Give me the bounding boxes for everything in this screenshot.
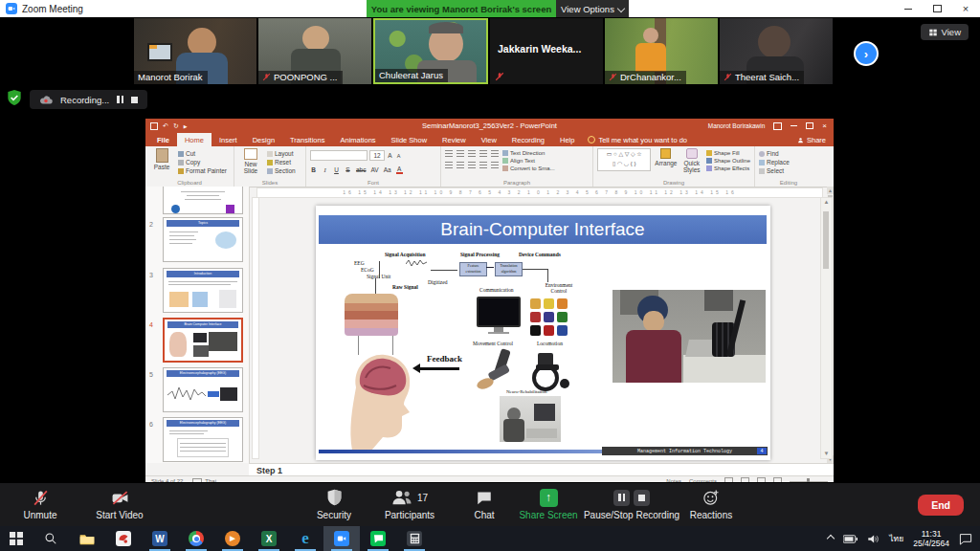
align-text-label: Align Text — [510, 158, 535, 164]
bold-button: B — [310, 166, 317, 173]
security-label: Security — [317, 510, 351, 520]
reactions-button[interactable]: Reactions — [683, 488, 739, 520]
pause-stop-recording-button[interactable]: Pause/Stop Recording — [580, 488, 683, 520]
excel-icon: X — [261, 531, 277, 546]
search-icon — [44, 532, 57, 545]
taskbar-clock[interactable]: 11:31 25/4/2564 — [913, 529, 949, 548]
ribbon-display-options-icon — [773, 122, 782, 130]
arrange-label: Arrange — [655, 160, 677, 166]
thumbnail-number: 6 — [149, 421, 153, 428]
convert-smartart-button: Convert to Sma... — [502, 165, 555, 171]
clear-abc-icon: abc — [356, 166, 366, 173]
window-title: Zoom Meeting — [22, 4, 83, 14]
connector-line — [547, 269, 548, 282]
smiley-icon — [702, 489, 720, 506]
view-options-label: View Options — [561, 4, 614, 14]
minimize-button[interactable] — [894, 0, 923, 17]
taskbar-red-app[interactable] — [105, 526, 142, 551]
eye-icon — [544, 325, 554, 336]
participant-name: Jakkarin Weeka... — [498, 43, 581, 55]
restore-button[interactable] — [923, 0, 951, 17]
taskbar-edge[interactable]: e — [287, 526, 323, 551]
taskbar-excel[interactable]: X — [251, 526, 287, 551]
view-options-button[interactable]: View Options — [556, 0, 629, 17]
taskbar-line[interactable] — [360, 526, 396, 551]
recording-label: Recording... — [60, 95, 109, 105]
share-screen-button[interactable]: ↑ Share Screen — [511, 488, 586, 520]
share-screen-icon: ↑ — [540, 489, 558, 507]
taskbar-search-button[interactable] — [33, 526, 69, 551]
taskbar-calculator[interactable] — [396, 526, 433, 551]
slide-page-number: 4 — [757, 448, 767, 454]
taskbar-zoom-active[interactable] — [323, 526, 360, 551]
person-icon — [797, 137, 804, 143]
edge-icon: e — [301, 529, 309, 548]
video-tile[interactable]: POONPONG ... — [258, 18, 371, 84]
stop-recording-button[interactable] — [131, 97, 138, 103]
font-color-button: A — [396, 165, 403, 174]
speaker-icon[interactable] — [867, 534, 880, 544]
taskbar-media-player[interactable]: ▶ — [214, 526, 251, 551]
label-eeg: EEG — [354, 260, 365, 266]
video-tile[interactable]: Manorot Borirak — [134, 18, 256, 84]
participant-face — [302, 26, 329, 51]
shape-outline-label: Shape Outline — [714, 158, 750, 164]
security-button[interactable]: Security — [304, 488, 364, 520]
pause-recording-button[interactable] — [117, 96, 123, 103]
slides-group-label: Slides — [234, 180, 305, 186]
taskbar-file-explorer[interactable] — [69, 526, 105, 551]
action-center-icon[interactable] — [959, 533, 972, 545]
participants-button[interactable]: 17 Participants — [373, 488, 446, 520]
robot-arm-image — [477, 347, 519, 391]
editing-group-label: Editing — [755, 180, 822, 186]
video-tile[interactable]: Jakkarin Weeka... — [490, 18, 603, 84]
participant-name-label: DrChanankor... — [605, 71, 686, 84]
select-button: Select — [759, 167, 790, 174]
copy-icon — [178, 160, 184, 165]
ppt-ribbon: Paste Cut Copy Format Painter Clipboard … — [145, 146, 834, 187]
shapes-row1: ▭ ○ △ ▽ ◇ ☆ — [598, 149, 650, 159]
video-tile[interactable]: Theerat Saich... — [720, 18, 833, 84]
muted-mic-icon — [262, 73, 271, 81]
editor-scrollbar: ▲ ▼ — [820, 197, 833, 459]
muted-mic-icon — [32, 489, 50, 507]
taskbar-chrome[interactable] — [178, 526, 214, 551]
tray-expand-chevron[interactable] — [827, 535, 835, 542]
battery-icon[interactable] — [843, 535, 858, 543]
justify-icon — [479, 162, 487, 168]
home-icon — [530, 312, 541, 322]
gallery-view-button[interactable]: View — [921, 24, 969, 40]
chat-button[interactable]: Chat — [463, 488, 505, 520]
layout-label: Layout — [275, 150, 294, 157]
unmute-button[interactable]: Unmute — [10, 488, 71, 520]
chevron-right-icon: › — [864, 48, 868, 60]
paste-button: Paste — [149, 148, 174, 170]
pause-recording-icon[interactable] — [613, 490, 630, 506]
start-video-button[interactable]: Start Video — [88, 488, 151, 520]
text-direction-label: Text Direction — [510, 150, 545, 156]
video-tile[interactable]: DrChanankor... — [605, 18, 718, 84]
thumb-head-image — [169, 332, 187, 357]
close-button[interactable]: × — [951, 0, 980, 17]
shape-fill-button: Shape Fill — [706, 150, 750, 156]
taskbar-word[interactable]: W — [142, 526, 178, 551]
scroll-down-icon: ▼ — [821, 450, 832, 458]
thumb-laptop — [220, 387, 237, 401]
arrow-between-boxes — [486, 267, 494, 268]
start-button[interactable] — [0, 526, 33, 551]
tab-help: Help — [552, 133, 582, 146]
video-tile-active-speaker[interactable]: Chuleerat Jarus — [373, 18, 488, 84]
section-icon — [267, 168, 273, 174]
ppt-quick-access-toolbar: ↶ ↻ ▶ — [150, 122, 188, 130]
shape-outline-button: Shape Outline — [706, 158, 750, 164]
stop-recording-icon[interactable] — [634, 490, 650, 506]
desk — [683, 355, 766, 383]
viewing-screen-banner: You are viewing Manorot Borirak's screen — [367, 0, 556, 17]
next-participants-button[interactable]: › — [854, 41, 879, 66]
char-spacing-icon: AV — [370, 166, 378, 173]
end-meeting-button[interactable]: End — [918, 495, 964, 516]
meeting-security-shield-icon[interactable] — [7, 89, 22, 106]
zoom-title-bar: Zoom Meeting You are viewing Manorot Bor… — [0, 0, 980, 17]
thumb-brain-image — [215, 231, 236, 249]
language-indicator[interactable]: ไทย — [889, 532, 903, 545]
